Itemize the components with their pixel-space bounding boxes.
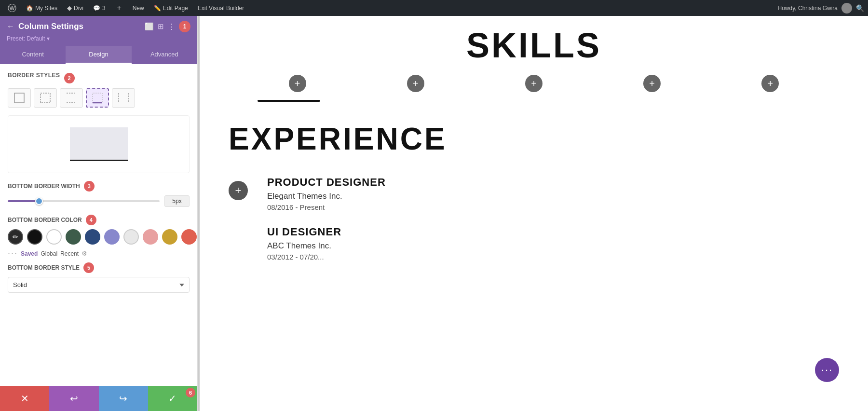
column-add-row: + + + + + xyxy=(219,75,849,92)
add-column-btn-2[interactable]: + xyxy=(407,75,424,92)
panel-body: Border Styles 2 xyxy=(0,64,197,386)
job-title-1: PRODUCT DESIGNER xyxy=(267,176,839,189)
color-swatch-red[interactable] xyxy=(181,229,197,245)
step-badge-5: 5 xyxy=(83,262,94,273)
new-sep-item[interactable]: ＋ xyxy=(111,0,127,16)
border-styles-label: Border Styles xyxy=(8,72,60,79)
panel-header-icons: ⬜ ⊞ ⋮ xyxy=(145,22,175,31)
admin-bar: ⓦ 🏠 My Sites ◆ Divi 💬 3 ＋ New ✏️ Edit Pa… xyxy=(0,0,868,16)
skills-underline-row xyxy=(219,100,849,102)
tab-design[interactable]: Design xyxy=(66,46,131,64)
pencil-icon: ✏️ xyxy=(154,5,161,12)
wp-logo-item[interactable]: ⓦ xyxy=(4,0,20,16)
divi-item[interactable]: ◆ Divi xyxy=(63,0,87,16)
border-preview-inner xyxy=(70,127,128,161)
tab-advanced[interactable]: Advanced xyxy=(132,46,197,64)
cancel-button[interactable]: ✕ xyxy=(0,386,49,411)
color-dots: ··· xyxy=(8,248,18,259)
border-width-label-row: Bottom Border Width 3 xyxy=(8,181,190,192)
color-settings-icon[interactable]: ⚙ xyxy=(81,250,87,257)
plus-icon: ＋ xyxy=(115,3,123,13)
search-icon[interactable]: 🔍 xyxy=(856,4,864,12)
more-icon[interactable]: ⋮ xyxy=(168,22,175,31)
border-width-slider-thumb[interactable] xyxy=(35,197,43,205)
panel-title: Column Settings xyxy=(18,22,141,31)
color-swatch-lavender[interactable] xyxy=(104,229,120,245)
add-column-btn-4[interactable]: + xyxy=(643,75,661,92)
my-sites-item[interactable]: 🏠 My Sites xyxy=(22,0,61,16)
divi-icon: ◆ xyxy=(67,4,72,12)
comment-icon: 💬 xyxy=(93,5,100,12)
avatar[interactable] xyxy=(841,3,852,14)
panel-tabs: Content Design Advanced xyxy=(0,46,197,64)
job-company-2: ABC Themes Inc. xyxy=(267,241,839,251)
undo-button[interactable]: ↩ xyxy=(49,386,98,411)
experience-row: + PRODUCT DESIGNER Elegant Themes Inc. 0… xyxy=(219,176,849,261)
left-panel: ← Column Settings ⬜ ⊞ ⋮ 1 Preset: Defaul… xyxy=(0,16,198,411)
color-swatch-pink[interactable] xyxy=(143,229,158,245)
color-swatch-black[interactable] xyxy=(27,229,42,245)
border-preview-box xyxy=(8,115,190,173)
border-style-select[interactable]: Solid Dashed Dotted Double None xyxy=(8,277,190,293)
panel-header: ← Column Settings ⬜ ⊞ ⋮ 1 Preset: Defaul… xyxy=(0,16,197,46)
color-swatch-white[interactable] xyxy=(46,229,62,245)
border-styles-row xyxy=(8,88,190,108)
new-item[interactable]: New xyxy=(129,0,148,16)
color-swatches-row: ✏ xyxy=(8,229,190,245)
border-width-label: Bottom Border Width xyxy=(8,183,80,190)
home-icon: 🏠 xyxy=(26,5,33,12)
border-style-horizontal[interactable] xyxy=(60,88,83,108)
job-date-2: 03/2012 - 07/20... xyxy=(267,253,839,261)
color-picker-btn[interactable]: ✏ xyxy=(8,229,23,245)
exit-builder-item[interactable]: Exit Visual Builder xyxy=(194,0,248,16)
color-tab-saved[interactable]: Saved xyxy=(21,250,38,257)
right-content: SKILLS + + + + + EXPERIENCE + PRODUCT DE… xyxy=(200,16,868,411)
add-column-btn-3[interactable]: + xyxy=(525,75,542,92)
skills-title: SKILLS xyxy=(219,26,849,65)
color-tab-recent[interactable]: Recent xyxy=(60,250,79,257)
svg-rect-1 xyxy=(41,93,50,103)
add-module-btn[interactable]: + xyxy=(229,181,248,200)
edit-page-item[interactable]: ✏️ Edit Page xyxy=(150,0,192,16)
border-style-field-label: Bottom Border Style xyxy=(8,264,80,271)
job-date-1: 08/2016 - Present xyxy=(267,203,839,211)
panel-footer: ✕ ↩ ↪ ✓ 6 xyxy=(0,386,197,411)
add-column-btn-1[interactable]: + xyxy=(289,75,306,92)
color-tab-global[interactable]: Global xyxy=(41,250,57,257)
tab-content[interactable]: Content xyxy=(0,46,66,64)
back-icon[interactable]: ← xyxy=(7,22,14,31)
job-title-2: UI DESIGNER xyxy=(267,226,839,238)
step-badge-6: 6 xyxy=(186,388,195,397)
svg-rect-0 xyxy=(14,93,24,103)
color-swatch-gold[interactable] xyxy=(162,229,177,245)
color-swatch-light[interactable] xyxy=(123,229,139,245)
svg-rect-4 xyxy=(93,93,102,103)
border-style-bottom[interactable] xyxy=(86,88,109,108)
step-badge-1: 1 xyxy=(179,21,190,32)
preset-selector[interactable]: Preset: Default ▾ xyxy=(7,35,190,42)
border-style-none[interactable] xyxy=(8,88,31,108)
job-entry-2: UI DESIGNER ABC Themes Inc. 03/2012 - 07… xyxy=(267,226,839,261)
redo-button[interactable]: ↪ xyxy=(99,386,148,411)
step-badge-3: 3 xyxy=(84,181,95,192)
howdy-text: Howdy, Christina Gwira xyxy=(778,5,838,12)
border-width-slider-track[interactable] xyxy=(8,200,160,202)
color-swatch-blue[interactable] xyxy=(85,229,100,245)
comments-item[interactable]: 💬 3 xyxy=(89,0,109,16)
add-column-btn-5[interactable]: + xyxy=(761,75,779,92)
save-button[interactable]: ✓ 6 xyxy=(148,386,197,411)
job-entry-1: PRODUCT DESIGNER Elegant Themes Inc. 08/… xyxy=(267,176,839,211)
skills-underline xyxy=(258,100,320,102)
expand-icon[interactable]: ⬜ xyxy=(145,22,154,31)
experience-title: EXPERIENCE xyxy=(219,121,849,157)
floating-options-bubble[interactable]: ··· xyxy=(815,358,839,382)
border-style-all[interactable] xyxy=(34,88,57,108)
layout-icon[interactable]: ⊞ xyxy=(158,22,164,31)
border-width-value[interactable] xyxy=(164,195,190,207)
border-style-vertical[interactable] xyxy=(112,88,135,108)
color-swatch-green[interactable] xyxy=(66,229,81,245)
border-width-slider-row xyxy=(8,195,190,207)
experience-entries: PRODUCT DESIGNER Elegant Themes Inc. 08/… xyxy=(267,176,839,261)
step-badge-4: 4 xyxy=(86,215,96,225)
main-layout: ← Column Settings ⬜ ⊞ ⋮ 1 Preset: Defaul… xyxy=(0,16,868,411)
